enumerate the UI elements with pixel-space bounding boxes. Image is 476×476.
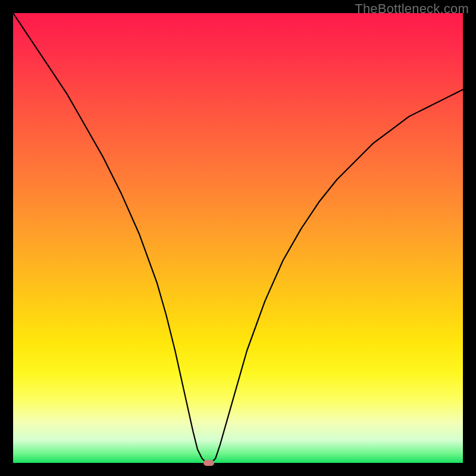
chart-stage: TheBottleneck.com <box>0 0 476 476</box>
bottleneck-curve <box>13 13 463 463</box>
curve-layer <box>13 13 463 463</box>
watermark-text: TheBottleneck.com <box>355 1 469 17</box>
minimum-marker <box>203 460 214 466</box>
plot-area <box>13 13 463 463</box>
